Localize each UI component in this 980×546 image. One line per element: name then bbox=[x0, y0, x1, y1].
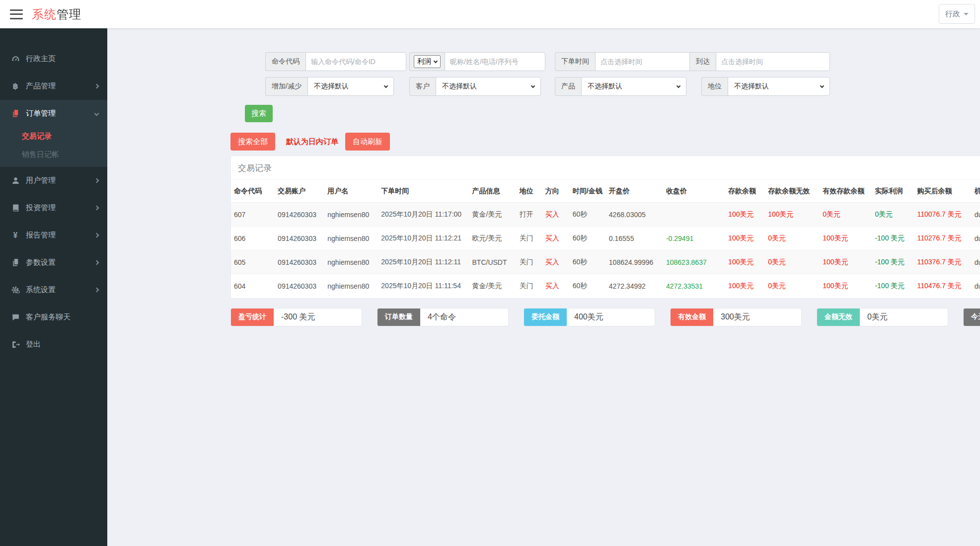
chevron-right-icon bbox=[94, 178, 99, 183]
select-value: 不选择默认 bbox=[314, 82, 349, 91]
customer-group: 客户 不选择默认 bbox=[409, 77, 541, 96]
menu-toggle-icon[interactable] bbox=[10, 9, 23, 19]
sidebar-item-product-management[interactable]: ฿ 产品管理 bbox=[0, 73, 107, 100]
sidebar-item-report-management[interactable]: ¥ 报告管理 bbox=[0, 222, 107, 249]
position-group: 地位 不选择默认 bbox=[701, 77, 830, 96]
cell-open-price: 4268.03005 bbox=[606, 203, 663, 227]
logout-icon bbox=[10, 340, 21, 349]
cell-deposit-invalid: 100美元 bbox=[765, 203, 820, 227]
col-header: 机构 bbox=[972, 180, 980, 203]
nickname-search-input[interactable] bbox=[445, 52, 545, 71]
topbar: 系统管理 行政 bbox=[0, 0, 980, 28]
cell-deposit: 100美元 bbox=[725, 227, 765, 250]
col-header: 存款余额无效 bbox=[765, 180, 820, 203]
increase-decrease-select[interactable]: 不选择默认 bbox=[307, 77, 394, 96]
position-select[interactable]: 不选择默认 bbox=[728, 77, 830, 96]
cell-id: 605 bbox=[231, 250, 275, 274]
table-row: 605 0914260303 nghiemsen80 2025年10月20日 1… bbox=[231, 250, 980, 274]
sidebar-item-customer-service-chat[interactable]: 客户服务聊天 bbox=[0, 304, 107, 331]
table-row: 606 0914260303 nghiemsen80 2025年10月20日 1… bbox=[231, 227, 980, 250]
chevron-down-icon bbox=[677, 83, 680, 87]
sidebar-item-sales-journal[interactable]: 销售日记帐 bbox=[0, 146, 107, 164]
sidebar-item-label: 参数设置 bbox=[26, 258, 56, 267]
chevron-right-icon bbox=[94, 288, 99, 293]
stat-label: 金额无效 bbox=[817, 309, 860, 326]
auto-refresh-button[interactable]: 自动刷新 bbox=[345, 133, 390, 151]
search-button[interactable]: 搜索 bbox=[245, 105, 273, 122]
search-all-button[interactable]: 搜索全部 bbox=[230, 133, 275, 151]
cell-close-price: -0.29491 bbox=[663, 227, 725, 250]
cell-direction: 买入 bbox=[542, 203, 570, 227]
stat-value: 0美元 bbox=[860, 309, 888, 326]
cell-profit: -100 美元 bbox=[872, 227, 914, 250]
sidebar-item-transaction-records[interactable]: 交易记录 bbox=[0, 127, 107, 146]
cell-order-time: 2025年10月20日 11:11:54 bbox=[378, 274, 469, 298]
cell-deposit-invalid: 0美元 bbox=[765, 274, 820, 298]
bitcoin-icon: ฿ bbox=[10, 81, 21, 91]
sidebar-item-order-management[interactable]: 订单管理 bbox=[0, 100, 107, 127]
customer-select[interactable]: 不选择默认 bbox=[436, 77, 541, 96]
profit-select[interactable]: 利润 bbox=[414, 55, 441, 68]
order-time-start-input[interactable] bbox=[595, 52, 689, 71]
profit-search-group: 利润 bbox=[409, 52, 541, 71]
customer-label: 客户 bbox=[409, 77, 436, 96]
stat-order-count: 订单数量 4个命令 bbox=[377, 308, 509, 326]
col-header: 用户名 bbox=[324, 180, 378, 203]
order-time-label: 下单时间 bbox=[555, 52, 595, 71]
product-group: 产品 不选择默认 bbox=[555, 77, 686, 96]
command-code-group: 命令代码 bbox=[265, 52, 394, 71]
chevron-down-icon bbox=[531, 83, 535, 87]
chevron-right-icon bbox=[94, 233, 99, 238]
user-icon bbox=[10, 176, 21, 185]
sidebar-item-parameter-settings[interactable]: 参数设置 bbox=[0, 249, 107, 276]
col-header: 下单时间 bbox=[378, 180, 469, 203]
sidebar-item-label: 登出 bbox=[26, 340, 41, 349]
cell-product: 黄金/美元 bbox=[469, 274, 517, 298]
order-time-end-input[interactable] bbox=[716, 52, 830, 71]
sidebar-item-user-management[interactable]: 用户管理 bbox=[0, 167, 107, 194]
cell-order-time: 2025年10月20日 11:12:21 bbox=[378, 227, 469, 250]
cell-username: nghiemsen80 bbox=[324, 227, 378, 250]
sidebar-item-label: 投资管理 bbox=[26, 203, 56, 213]
cell-username: nghiemsen80 bbox=[324, 274, 378, 298]
cell-id: 604 bbox=[231, 274, 275, 298]
sidebar-item-label: 订单管理 bbox=[26, 109, 56, 118]
cell-position: 关门 bbox=[517, 274, 542, 298]
cell-product: 黄金/美元 bbox=[469, 203, 517, 227]
col-header: 产品信息 bbox=[469, 180, 517, 203]
transactions-table: 命令代码 交易账户 用户名 下单时间 产品信息 地位 方向 时间/金钱 开盘价 … bbox=[231, 180, 980, 298]
cell-product: 欧元/美元 bbox=[469, 227, 517, 250]
stat-entrusted-amount: 委托金额 400美元 bbox=[524, 308, 655, 326]
cell-balance-after: 110476.7 美元 bbox=[914, 274, 972, 298]
position-label: 地位 bbox=[701, 77, 728, 96]
cell-deposit: 100美元 bbox=[725, 274, 765, 298]
cell-account: 0914260303 bbox=[275, 274, 324, 298]
chevron-down-icon bbox=[964, 13, 969, 15]
col-header: 时间/金钱 bbox=[570, 180, 606, 203]
cell-close-price: 4272.33531 bbox=[663, 274, 725, 298]
sidebar-item-investment-management[interactable]: 投资管理 bbox=[0, 194, 107, 222]
chevron-right-icon bbox=[94, 260, 99, 265]
intraday-note: 默认为日内订单 bbox=[286, 137, 338, 147]
product-select[interactable]: 不选择默认 bbox=[581, 77, 686, 96]
cell-order-time: 2025年10月20日 11:17:00 bbox=[378, 203, 469, 227]
sidebar-item-label: 产品管理 bbox=[26, 81, 56, 91]
command-code-input[interactable] bbox=[305, 52, 406, 71]
sidebar-subitem-label: 销售日记帐 bbox=[22, 150, 59, 159]
profit-select-addon: 利润 bbox=[409, 52, 445, 71]
cell-deposit: 100美元 bbox=[725, 203, 765, 227]
col-header: 交易账户 bbox=[275, 180, 324, 203]
profit-select-value: 利润 bbox=[417, 57, 431, 66]
cell-close-price bbox=[663, 203, 725, 227]
time-range-group: 下单时间 到达 bbox=[555, 52, 830, 71]
sidebar-item-logout[interactable]: 登出 bbox=[0, 331, 107, 358]
col-header: 方向 bbox=[542, 180, 570, 203]
table-row: 607 0914260303 nghiemsen80 2025年10月20日 1… bbox=[231, 203, 980, 227]
cell-open-price: 0.16555 bbox=[606, 227, 663, 250]
user-menu-button[interactable]: 行政 bbox=[939, 4, 975, 24]
sidebar-item-system-settings[interactable]: 系统设置 bbox=[0, 276, 107, 304]
panel-title: 交易记录 bbox=[231, 156, 980, 180]
cell-time-money: 60秒 bbox=[570, 250, 606, 274]
sidebar-item-admin-home[interactable]: 行政主页 bbox=[0, 45, 107, 73]
col-header: 收盘价 bbox=[663, 180, 725, 203]
